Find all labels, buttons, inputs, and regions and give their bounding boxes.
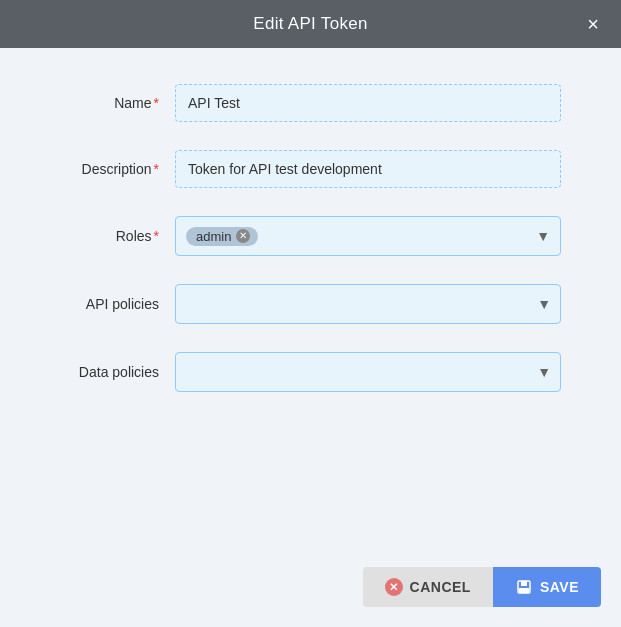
data-policies-select[interactable]: [175, 352, 561, 392]
name-required-star: *: [154, 95, 159, 111]
data-policies-label: Data policies: [60, 364, 175, 380]
roles-required-star: *: [154, 228, 159, 244]
close-button[interactable]: ×: [581, 12, 605, 36]
description-label: Description*: [60, 161, 175, 177]
roles-label: Roles*: [60, 228, 175, 244]
cancel-icon: ✕: [385, 578, 403, 596]
cancel-label: CANCEL: [410, 579, 471, 595]
name-label: Name*: [60, 95, 175, 111]
modal-title: Edit API Token: [253, 14, 367, 34]
api-policies-label: API policies: [60, 296, 175, 312]
svg-rect-1: [521, 581, 527, 586]
api-policies-select[interactable]: [175, 284, 561, 324]
description-input[interactable]: [175, 150, 561, 188]
roles-select[interactable]: admin ✕ ▼: [175, 216, 561, 256]
data-policies-row: Data policies ▼: [60, 352, 561, 392]
description-row: Description*: [60, 150, 561, 188]
modal-body: Name* Description* Roles* admin ✕: [0, 48, 621, 553]
description-required-star: *: [154, 161, 159, 177]
svg-rect-2: [519, 588, 529, 593]
modal-footer: ✕ CANCEL SAVE: [0, 553, 621, 627]
save-button[interactable]: SAVE: [493, 567, 601, 607]
remove-admin-tag-icon: ✕: [236, 229, 250, 243]
save-label: SAVE: [540, 579, 579, 595]
admin-tag: admin ✕: [186, 227, 258, 246]
modal-header: Edit API Token ×: [0, 0, 621, 48]
remove-admin-tag-button[interactable]: ✕: [231, 229, 250, 243]
edit-api-token-modal: Edit API Token × Name* Description* Role…: [0, 0, 621, 627]
data-policies-select-wrapper: ▼: [175, 352, 561, 392]
api-policies-select-wrapper: ▼: [175, 284, 561, 324]
name-input[interactable]: [175, 84, 561, 122]
api-policies-row: API policies ▼: [60, 284, 561, 324]
cancel-button[interactable]: ✕ CANCEL: [363, 567, 493, 607]
roles-row: Roles* admin ✕ ▼: [60, 216, 561, 256]
name-row: Name*: [60, 84, 561, 122]
roles-dropdown-arrow-icon: ▼: [536, 228, 550, 244]
save-icon: [515, 578, 533, 596]
